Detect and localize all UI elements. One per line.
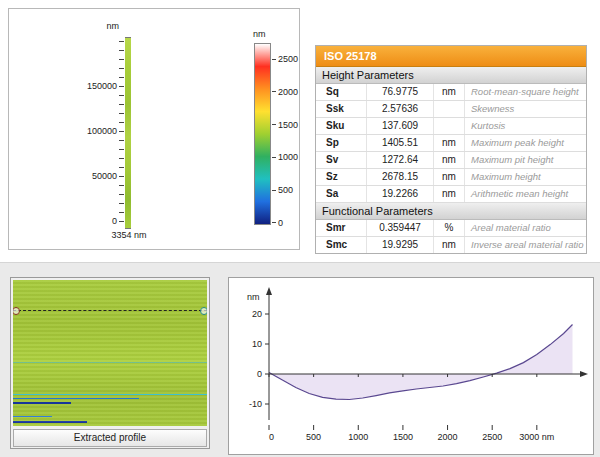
x-tick-label: 3000 nm (519, 432, 554, 442)
x-tick-label: 2500 (482, 432, 502, 442)
y-axis-tick-label: 100000 (57, 125, 117, 137)
colorbar-tick-label: 2500 (278, 54, 298, 64)
extracted-profile-panel[interactable]: Extracted profile (10, 277, 210, 449)
x-tick-label: 2000 (438, 432, 458, 442)
colorbar-tick-mark (272, 91, 276, 92)
surface-scratch (13, 421, 87, 423)
surface-strip-image (125, 37, 131, 229)
param-desc: Skewness (465, 101, 586, 117)
param-name: Sz (316, 169, 367, 185)
colorbar-tick-mark (272, 59, 276, 60)
param-row[interactable]: Sq76.9775nmRoot-mean-square height (316, 84, 586, 101)
y-axis-tick-label: 50000 (57, 170, 117, 182)
y-tick-label: 10 (252, 339, 262, 349)
param-value: 0.359447 (367, 220, 434, 236)
colorbar-tick: 2500 (272, 53, 306, 65)
colorbar-tick-mark (272, 222, 276, 223)
param-name: Sv (316, 152, 367, 168)
param-value: 19.9295 (367, 237, 434, 253)
surface-scratch (13, 362, 207, 363)
surface-scratch (13, 416, 52, 417)
param-unit: nm (434, 237, 465, 253)
param-row[interactable]: Smr0.359447%Areal material ratio (316, 220, 586, 237)
colorbar-tick-mark (272, 157, 276, 158)
param-row[interactable]: Sz2678.15nmMaximum height (316, 169, 586, 186)
colorbar-tick: 500 (272, 184, 306, 196)
param-name: Sku (316, 118, 367, 134)
y-axis-ticks (119, 41, 124, 222)
param-row[interactable]: Ssk2.57636Skewness (316, 101, 586, 118)
colorbar-tick-label: 500 (278, 185, 293, 195)
param-name: Sa (316, 186, 367, 202)
param-unit: nm (434, 135, 465, 151)
colorbar-unit-label: nm (253, 29, 277, 39)
param-desc: Arithmetic mean height (465, 186, 586, 202)
x-axis-arrow (580, 371, 588, 377)
param-row[interactable]: Sp1405.51nmMaximum peak height (316, 135, 586, 152)
profile-chart: -1001020050010001500200025003000 nmnm (229, 278, 591, 452)
y-tick-label: 0 (257, 369, 262, 379)
param-value: 2.57636 (367, 101, 434, 117)
colorbar-labels: 25002000150010005000 (272, 53, 306, 229)
param-unit: nm (434, 152, 465, 168)
section-header: Functional Parameters (316, 203, 586, 220)
iso-25178-table[interactable]: ISO 25178 Height ParametersSq76.9775nmRo… (315, 45, 587, 254)
surface-scratch (13, 394, 207, 395)
param-desc: Areal material ratio (465, 220, 586, 236)
param-name: Sp (316, 135, 367, 151)
param-value: 76.9775 (367, 84, 434, 100)
param-value: 1272.64 (367, 152, 434, 168)
x-tick-label: 0 (269, 432, 274, 442)
x-axis-extent-label: 3354 nm (94, 230, 164, 240)
y-axis-tick-label: 0 (57, 215, 117, 227)
table-body: Height ParametersSq76.9775nmRoot-mean-sq… (316, 67, 586, 253)
param-row[interactable]: Smc19.9295nmInverse areal material ratio (316, 237, 586, 253)
profile-extraction-line[interactable] (13, 310, 207, 311)
y-axis-labels: 150000100000500000 (57, 80, 117, 227)
colorbar-tick-mark (272, 190, 276, 191)
param-value: 19.2266 (367, 186, 434, 202)
y-tick-label: 20 (252, 309, 262, 319)
param-value: 137.609 (367, 118, 434, 134)
x-tick-label: 1000 (348, 432, 368, 442)
param-value: 2678.15 (367, 169, 434, 185)
param-unit: nm (434, 84, 465, 100)
bottom-area: Extracted profile -100102005001000150020… (0, 262, 600, 457)
colorbar-tick-label: 1000 (278, 152, 298, 162)
extracted-profile-button[interactable]: Extracted profile (13, 429, 207, 447)
param-row[interactable]: Sa19.2266nmArithmetic mean height (316, 186, 586, 203)
colorbar-tick: 2000 (272, 86, 306, 98)
surface-view-panel[interactable]: nm 150000100000500000 3354 nm nm 2500200… (8, 8, 300, 250)
param-name: Sq (316, 84, 367, 100)
param-unit (434, 101, 465, 117)
param-value: 1405.51 (367, 135, 434, 151)
x-tick-label: 1500 (393, 432, 413, 442)
param-desc: Maximum height (465, 169, 586, 185)
table-title: ISO 25178 (316, 46, 586, 67)
param-desc: Root-mean-square height (465, 84, 586, 100)
param-unit: nm (434, 186, 465, 202)
y-axis-arrow (266, 287, 272, 295)
section-header: Height Parameters (316, 67, 586, 84)
profile-chart-panel[interactable]: -1001020050010001500200025003000 nmnm (228, 277, 594, 455)
param-unit: nm (434, 169, 465, 185)
colorbar-tick-label: 2000 (278, 87, 298, 97)
param-row[interactable]: Sku137.609Kurtosis (316, 118, 586, 135)
profile-line-end-handle[interactable] (200, 307, 207, 315)
param-name: Smr (316, 220, 367, 236)
colorbar-tick: 0 (272, 217, 306, 229)
chart-y-unit-label: nm (247, 292, 260, 302)
x-tick-label: 500 (306, 432, 321, 442)
y-axis-tick-label: 150000 (57, 80, 117, 92)
profile-line-start-handle[interactable] (13, 307, 20, 315)
param-row[interactable]: Sv1272.64nmMaximum pit height (316, 152, 586, 169)
colorbar-tick-label: 0 (278, 218, 283, 228)
y-axis-unit-label: nm (79, 21, 119, 31)
param-desc: Maximum pit height (465, 152, 586, 168)
y-tick-label: -10 (249, 399, 262, 409)
param-unit: % (434, 220, 465, 236)
surface-topview-image[interactable] (13, 280, 207, 426)
param-desc: Kurtosis (465, 118, 586, 134)
colorbar (254, 43, 271, 225)
param-desc: Maximum peak height (465, 135, 586, 151)
